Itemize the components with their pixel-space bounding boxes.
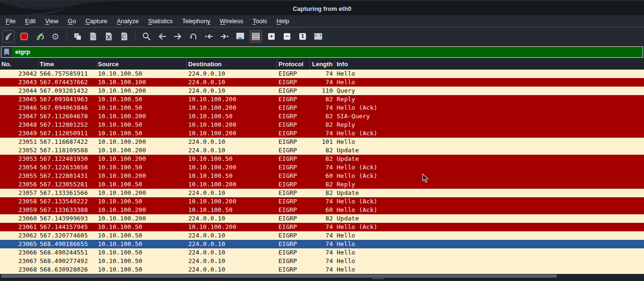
menu-go[interactable]: Go (63, 15, 80, 27)
packet-row[interactable]: 23066568.49024455110.10.100.50224.0.0.10… (0, 248, 644, 257)
packet-row[interactable]: 23045567.09384196310.10.100.5010.10.100.… (0, 95, 644, 104)
splitter-handle-icon[interactable] (373, 278, 383, 279)
auto-scroll-icon (235, 32, 245, 41)
cell-length: 82 (310, 189, 335, 197)
cell-time: 567.320774605 (38, 231, 96, 240)
packet-row[interactable]: 23047567.11260467810.10.100.20010.10.100… (0, 112, 644, 121)
cell-no: 23057 (0, 189, 38, 197)
cell-info: Query (335, 87, 644, 95)
packet-row[interactable]: 23051567.11668742210.10.100.200224.0.0.1… (0, 138, 644, 146)
cell-info: Hello (335, 138, 644, 146)
cell-no: 23047 (0, 112, 38, 121)
horizontal-scrollbar[interactable] (0, 274, 644, 278)
packet-row[interactable]: 23065568.49018665510.10.100.50224.0.0.10… (0, 240, 644, 248)
packet-row[interactable]: 23061567.14415794510.10.100.5010.10.100.… (0, 223, 644, 231)
close-file-button[interactable] (103, 30, 115, 43)
column-header-no[interactable]: No. (0, 59, 38, 69)
packet-row[interactable]: 23044567.09328143210.10.100.200224.0.0.1… (0, 87, 644, 95)
menu-capture[interactable]: Capture (81, 15, 112, 27)
next-packet-button[interactable] (172, 30, 184, 43)
menu-statistics[interactable]: Statistics (143, 15, 177, 27)
packet-row[interactable]: 23046567.09406384610.10.100.5010.10.100.… (0, 104, 644, 112)
cell-destination: 10.10.100.200 (187, 197, 277, 206)
menu-telephony[interactable]: Telephony (177, 15, 215, 27)
column-header-source[interactable]: Source (96, 59, 187, 69)
column-header-info[interactable]: Info (335, 59, 644, 69)
cell-no: 23055 (0, 172, 38, 180)
packet-row[interactable]: 23056567.12305528110.10.100.5010.10.100.… (0, 180, 644, 189)
packet-row[interactable]: 23054567.12263365810.10.100.5010.10.100.… (0, 163, 644, 172)
column-header-time[interactable]: Time (38, 59, 96, 69)
column-header-destination[interactable]: Destination (187, 59, 277, 69)
restart-capture-button[interactable] (34, 30, 46, 43)
resize-columns-button[interactable] (312, 30, 324, 43)
menu-wireless[interactable]: Wireless (215, 15, 248, 27)
cell-destination: 10.10.100.50 (187, 155, 277, 163)
normal-size-button[interactable]: 1 (296, 30, 309, 43)
display-filter-box: eigrp (1, 46, 643, 58)
packet-row[interactable]: 23058567.13354022210.10.100.5010.10.100.… (0, 197, 644, 206)
last-packet-button[interactable] (218, 30, 231, 43)
column-header-protocol[interactable]: Protocol (277, 59, 310, 69)
cell-protocol: EIGRP (277, 155, 310, 163)
packet-row[interactable]: 23053567.12248193010.10.100.20010.10.100… (0, 155, 644, 163)
cell-info: Reply (335, 95, 644, 104)
packet-row[interactable]: 23048567.11280125210.10.100.5010.10.100.… (0, 121, 644, 129)
zoom-in-button[interactable]: + (265, 30, 278, 43)
previous-packet-button[interactable] (156, 30, 168, 43)
packet-row[interactable]: 23062567.32077460510.10.100.50224.0.0.10… (0, 231, 644, 240)
display-filter-input[interactable]: eigrp (12, 47, 643, 57)
packet-row[interactable]: 23067568.49027749210.10.100.50224.0.0.10… (0, 257, 644, 265)
cell-source: 10.10.100.50 (96, 257, 187, 265)
cell-destination: 224.0.0.10 (187, 240, 277, 248)
zoom-out-button[interactable]: − (281, 30, 293, 43)
packet-row[interactable]: 23059567.13363338810.10.100.20010.10.100… (0, 206, 644, 214)
menu-file[interactable]: File (1, 15, 20, 27)
titlebar[interactable]: Capturing from eth0 (0, 0, 644, 15)
colorize-packets-button[interactable] (250, 30, 262, 43)
cell-no: 23058 (0, 197, 38, 206)
cell-source: 10.10.100.50 (96, 180, 187, 189)
auto-scroll-button[interactable] (234, 30, 246, 43)
menu-help[interactable]: Help (272, 15, 294, 27)
packet-row[interactable]: 23052567.11810958810.10.100.200224.0.0.1… (0, 146, 644, 155)
cell-time: 567.122633658 (38, 163, 96, 172)
cell-info: Hello (335, 265, 644, 274)
cell-source: 10.10.100.50 (96, 248, 187, 257)
start-capture-button[interactable] (2, 30, 15, 43)
capture-options-button[interactable]: ⚙ (49, 30, 61, 43)
save-file-button[interactable] (87, 30, 99, 43)
cell-time: 567.144157945 (38, 223, 96, 231)
cell-protocol: EIGRP (277, 214, 310, 223)
menu-edit[interactable]: Edit (20, 15, 40, 27)
cell-destination: 10.10.100.200 (187, 95, 277, 104)
cell-destination: 224.0.0.10 (187, 70, 277, 78)
packet-row[interactable]: 23042566.75758591110.10.100.50224.0.0.10… (0, 70, 644, 78)
cell-length: 74 (310, 78, 335, 87)
packet-row[interactable]: 23043567.07443766210.10.100.100224.0.0.1… (0, 78, 644, 87)
find-packet-button[interactable] (140, 30, 153, 43)
stop-capture-button[interactable] (18, 30, 30, 43)
cell-protocol: EIGRP (277, 197, 310, 206)
filter-bookmark-button[interactable] (1, 47, 12, 57)
open-file-button[interactable] (71, 30, 84, 43)
menu-analyze[interactable]: Analyze (112, 15, 143, 27)
cell-destination: 10.10.100.200 (187, 180, 277, 189)
cell-protocol: EIGRP (277, 265, 310, 274)
go-to-packet-button[interactable] (187, 30, 200, 43)
cell-length: 74 (310, 231, 335, 240)
cell-protocol: EIGRP (277, 257, 310, 265)
packet-row[interactable]: 23055567.12280143110.10.100.20010.10.100… (0, 172, 644, 180)
menu-tools[interactable]: Tools (248, 15, 271, 27)
packet-row[interactable]: 23049567.11285091110.10.100.5010.10.100.… (0, 129, 644, 138)
packet-row[interactable]: 23057567.13336156610.10.100.200224.0.0.1… (0, 189, 644, 197)
scrollbar-thumb[interactable] (1, 274, 557, 278)
menu-view[interactable]: View (40, 15, 63, 27)
arrow-left-dot-icon (204, 32, 214, 41)
cell-source: 10.10.100.50 (96, 231, 187, 240)
column-header-length[interactable]: Length (310, 59, 335, 69)
packet-row[interactable]: 23068568.63092802610.10.100.50224.0.0.10… (0, 265, 644, 274)
packet-row[interactable]: 23060567.14399969310.10.100.200224.0.0.1… (0, 214, 644, 223)
first-packet-button[interactable] (203, 30, 215, 43)
reload-file-button[interactable] (118, 30, 131, 43)
